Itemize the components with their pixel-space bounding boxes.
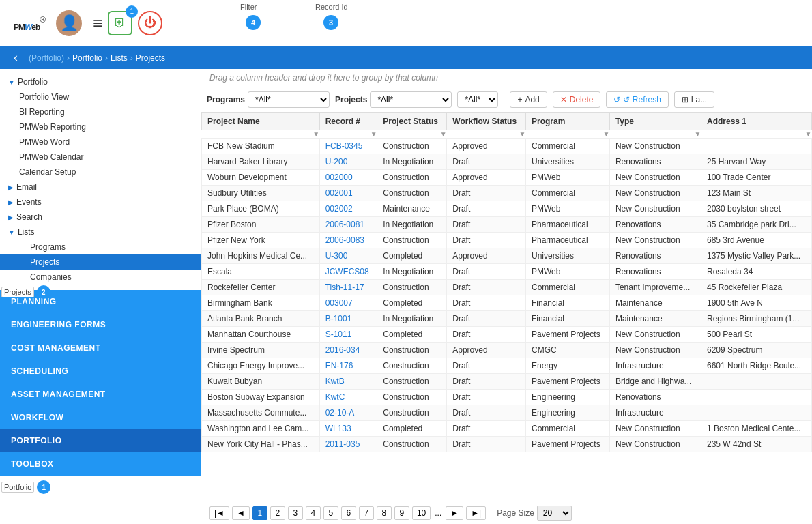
record-link[interactable]: 002000 [325,173,353,182]
filter-address1-icon[interactable]: ▼ [805,130,812,138]
sidebar-item-email[interactable]: ▶ Email [0,179,201,194]
table-row[interactable]: Irvine Spectrum2016-034ConstructionAppro… [202,343,812,358]
menu-button[interactable]: ≡ [93,15,102,31]
table-row[interactable]: Woburn Development002000ConstructionAppr… [202,170,812,186]
sidebar-section-workflow[interactable]: WORKFLOW [0,406,201,429]
record-link[interactable]: U-200 [325,157,348,166]
sidebar-item-programs[interactable]: Programs [0,239,201,254]
table-row[interactable]: Washington and Lee Cam...WL133CompletedD… [202,421,812,437]
page-1-button[interactable]: 1 [252,506,267,520]
delete-button[interactable]: ✕ Delete [553,91,601,108]
page-10-button[interactable]: 10 [412,506,431,520]
filter-record-num-icon[interactable]: ▼ [371,130,377,138]
sidebar-section-toolbox[interactable]: TOOLBOX [0,452,201,476]
record-link[interactable]: EN-176 [325,361,353,370]
sidebar-item-portfolio[interactable]: ▼ Portfolio [0,74,201,89]
sidebar-section-asset-management[interactable]: ASSET MANAGEMENT [0,383,201,406]
sidebar-section-cost-management[interactable]: COST MANAGEMENT [0,336,201,360]
sidebar-section-scheduling[interactable]: SCHEDULING [0,360,201,383]
record-link[interactable]: B-1001 [325,314,352,323]
layout-icon: ⊞ [682,95,688,104]
table-row[interactable]: EscalaJCWECS08In NegotiationDraftPMWebRe… [202,264,812,280]
back-button[interactable]: ‹ [11,50,20,65]
sidebar-section-engineering-forms[interactable]: ENGINEERING FORMS [0,313,201,336]
sidebar-item-pmweb-calendar[interactable]: PMWeb Calendar [0,149,201,164]
table-row[interactable]: FCB New StadiumFCB-0345ConstructionAppro… [202,139,812,154]
refresh-button[interactable]: ↺ ↺ Refresh [606,91,668,108]
filter-project-name-icon[interactable]: ▼ [313,130,319,138]
table-row[interactable]: Sudbury Utilities002001ConstructionDraft… [202,186,812,201]
projects-filter-select[interactable]: *All* [370,91,452,108]
all-filter-select[interactable]: *All* [457,91,498,108]
page-9-button[interactable]: 9 [394,506,409,520]
layout-button[interactable]: ⊞ La... [674,91,714,108]
power-button[interactable]: ⏻ [138,11,162,35]
page-size-select[interactable]: 20 50 100 [537,506,572,521]
table-row[interactable]: Atlanta Bank BranchB-1001In NegotiationD… [202,311,812,327]
table-cell: Rosaleda 34 [701,264,812,280]
table-row[interactable]: Pfizer Boston2006-0081In NegotiationDraf… [202,217,812,233]
record-link[interactable]: WL133 [325,424,351,433]
filter-project-status-icon[interactable]: ▼ [440,130,447,138]
table-row[interactable]: Manhattan CourthouseS-1011CompletedDraft… [202,327,812,343]
table-row[interactable]: Boston Subway ExpansionKwtCConstructionD… [202,390,812,405]
breadcrumb-lists: Lists [111,53,128,63]
record-link[interactable]: KwtC [325,392,345,402]
projects-table-container[interactable]: Project Name Record # Project Status Wor… [201,113,812,501]
record-link[interactable]: 003007 [325,298,353,308]
page-first-button[interactable]: |◄ [209,506,229,520]
record-link[interactable]: U-300 [325,251,348,261]
page-3-button[interactable]: 3 [288,506,303,520]
sidebar-item-events[interactable]: ▶ Events [0,194,201,209]
sidebar-item-bi-reporting[interactable]: BI Reporting [0,104,201,119]
table-row[interactable]: Pfizer New York2006-0083ConstructionDraf… [202,233,812,248]
sidebar-item-lists[interactable]: ▼ Lists [0,224,201,239]
page-4-button[interactable]: 4 [306,506,321,520]
table-row[interactable]: Chicago Energy Improve...EN-176Construct… [202,358,812,374]
page-next-button[interactable]: ► [446,506,463,520]
filter-type-icon[interactable]: ▼ [695,130,701,138]
sidebar-section-portfolio[interactable]: PORTFOLIO [0,429,201,452]
programs-filter-select[interactable]: *All* [248,91,330,108]
sidebar-item-calendar-setup[interactable]: Calendar Setup [0,164,201,179]
record-link[interactable]: FCB-0345 [325,141,363,151]
sidebar-section-planning[interactable]: PLANNING [0,290,201,313]
page-5-button[interactable]: 5 [323,506,338,520]
sidebar-item-pmweb-word[interactable]: PMWeb Word [0,134,201,149]
table-row[interactable]: John Hopkins Medical Ce...U-300Completed… [202,248,812,264]
table-row[interactable]: Birmingham Bank003007CompletedDraftFinan… [202,295,812,311]
table-row[interactable]: Park Place (BOMA)002002MaintenanceDraftP… [202,201,812,217]
record-link[interactable]: 2006-0083 [325,235,364,245]
breadcrumb-portfolio-link[interactable]: (Portfolio) [29,53,64,63]
record-link[interactable]: 002001 [325,188,353,198]
filter-workflow-status-icon[interactable]: ▼ [519,130,526,138]
add-button[interactable]: + Add [510,91,547,108]
record-link[interactable]: 02-10-A [325,408,355,418]
record-link[interactable]: Tish-11-17 [325,282,364,292]
table-row[interactable]: Rockefeller CenterTish-11-17Construction… [202,280,812,295]
record-link[interactable]: KwtB [325,377,345,386]
record-link[interactable]: 2006-0081 [325,220,364,229]
page-7-button[interactable]: 7 [359,506,374,520]
page-6-button[interactable]: 6 [341,506,356,520]
table-row[interactable]: Kuwait BubyanKwtBConstructionDraftPaveme… [202,374,812,390]
record-link[interactable]: S-1011 [325,330,352,339]
sidebar-item-pmweb-reporting[interactable]: PMWeb Reporting [0,119,201,134]
record-link[interactable]: 2011-035 [325,439,360,449]
table-row[interactable]: New York City Hall - Phas...2011-035Cons… [202,437,812,452]
avatar[interactable]: 👤 [56,10,82,36]
sidebar-item-companies[interactable]: Companies [0,270,201,285]
filter-program-icon[interactable]: ▼ [603,130,610,138]
sidebar-item-portfolio-view[interactable]: Portfolio View [0,89,201,104]
table-row[interactable]: Harvard Baker LibraryU-200In Negotiation… [202,154,812,170]
page-last-button[interactable]: ►| [466,506,486,520]
page-prev-button[interactable]: ◄ [232,506,250,520]
sidebar-item-projects[interactable]: Projects [0,254,201,270]
record-link[interactable]: JCWECS08 [325,267,369,276]
page-2-button[interactable]: 2 [270,506,285,520]
record-link[interactable]: 2016-034 [325,345,360,355]
record-link[interactable]: 002002 [325,204,353,214]
table-row[interactable]: Massachusetts Commute...02-10-AConstruct… [202,405,812,421]
sidebar-item-search[interactable]: ▶ Search [0,209,201,224]
page-8-button[interactable]: 8 [377,506,392,520]
